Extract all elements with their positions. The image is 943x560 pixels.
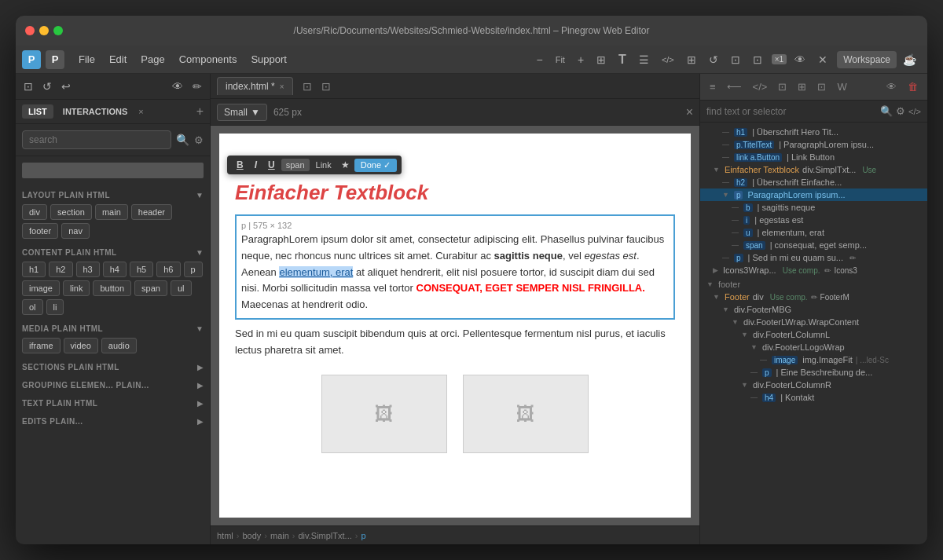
maximize-button[interactable] [53, 26, 63, 35]
menu-edit[interactable]: Edit [103, 50, 133, 68]
sections-section-header[interactable]: SECTIONS Plain HTML ▶ [22, 363, 204, 372]
coffee-icon[interactable]: ☕ [898, 50, 921, 69]
tab-list[interactable]: LIST [22, 104, 53, 119]
media-section-header[interactable]: MEDIA Plain HTML ▼ [22, 324, 204, 333]
app-logo-grey[interactable]: P [46, 50, 64, 69]
rt-wp-icon[interactable]: W [832, 79, 851, 95]
element-h1[interactable]: h1 [22, 262, 46, 277]
layout-icon[interactable]: ⊞ [592, 50, 611, 69]
breadcrumb-div[interactable]: div.SimplTxt... [299, 531, 352, 540]
tree-collapse-icon3[interactable]: ▶ [713, 266, 718, 274]
element-p[interactable]: p [184, 262, 203, 277]
rt-layout-icon[interactable]: ⊞ [793, 79, 811, 95]
tree-item-footer-p-desc[interactable]: — p | Eine Beschreibung de... [700, 366, 927, 379]
element-nav[interactable]: nav [61, 223, 90, 239]
edit-footer-icon[interactable]: ✏ [811, 293, 817, 302]
rt-eye-icon[interactable]: 👁 [882, 79, 901, 95]
workspace-button[interactable]: Workspace [837, 51, 897, 68]
breadcrumb-main[interactable]: main [270, 531, 289, 540]
element-button[interactable]: button [93, 280, 131, 296]
element-video[interactable]: video [64, 338, 98, 353]
list-icon[interactable]: ☰ [634, 50, 654, 69]
element-li[interactable]: li [46, 299, 64, 315]
sidebar-eye-icon[interactable]: 👁 [167, 77, 188, 96]
rt-settings-icon[interactable]: ≡ [705, 79, 721, 95]
element-header[interactable]: header [131, 204, 172, 220]
element-span[interactable]: span [134, 280, 167, 296]
italic-button[interactable]: I [250, 158, 262, 172]
use-icons3[interactable]: Use comp. [783, 266, 820, 275]
close-button[interactable] [25, 26, 35, 35]
tab-add[interactable]: + [196, 104, 204, 119]
element-h3[interactable]: h3 [76, 262, 100, 277]
element-section[interactable]: section [50, 204, 92, 220]
tree-collapse-arrow[interactable]: ▼ [713, 166, 720, 174]
tree-item-footer-lwrap[interactable]: ▼ div.FooterLWrap.WrapContent [700, 316, 927, 328]
tree-arrow-footer[interactable]: ▼ [713, 293, 720, 301]
text-section-header[interactable]: TEXT Plain HTML ▶ [22, 399, 204, 408]
bold-button[interactable]: B [232, 158, 248, 172]
tree-item-h4-kontakt[interactable]: — h4 | Kontakt [700, 391, 927, 404]
preview-close-button[interactable]: × [686, 105, 693, 119]
element-ol[interactable]: ol [22, 299, 43, 315]
breadcrumb-p[interactable]: p [361, 531, 365, 540]
element-link[interactable]: link [63, 280, 90, 296]
tree-item-link[interactable]: — link a.Button | Link Button [700, 151, 927, 163]
menu-components[interactable]: Components [173, 50, 244, 68]
tree-arrow[interactable]: ▼ [722, 306, 729, 313]
sidebar-redo-icon[interactable]: ↩ [57, 77, 75, 96]
selected-paragraph-container[interactable]: p | 575 × 132 ParagraphLorem ipsum dolor… [235, 214, 675, 320]
tree-item-p-sed[interactable]: — p | Sed in mi eu quam su... ✏ [700, 251, 927, 264]
element-h5[interactable]: h5 [130, 262, 153, 277]
tree-item-span[interactable]: — span | consequat, eget semp... [700, 239, 927, 251]
element-h6[interactable]: h6 [156, 262, 180, 277]
rt-grid-icon[interactable]: ⊡ [773, 79, 791, 95]
device-icon[interactable]: ⊡ [748, 50, 767, 69]
minimize-button[interactable] [39, 26, 49, 35]
layout-section-header[interactable]: LAYOUT Plain HTML ▼ [22, 191, 204, 199]
selected-paragraph[interactable]: ParagraphLorem ipsum dolor sit amet, con… [241, 232, 669, 313]
tree-item-b[interactable]: — b | sagittis neque [700, 201, 927, 214]
rt-delete-icon[interactable]: 🗑 [903, 79, 923, 95]
use-einfacher[interactable]: Use [862, 166, 876, 174]
zoom-out-icon[interactable]: − [531, 50, 547, 69]
tab-expand-icon[interactable]: ⊡ [318, 79, 334, 94]
tree-item-icons3[interactable]: ▶ Icons3Wrap... Use comp. ✏ Icons3 [700, 264, 927, 276]
right-code-toggle[interactable]: </> [908, 107, 921, 116]
right-filter-icon[interactable]: ⚙ [896, 105, 905, 117]
sidebar-edit-icon[interactable]: ✏ [188, 77, 207, 96]
element-footer[interactable]: footer [22, 223, 58, 239]
edits-section-header[interactable]: EDITS Plain... ▶ [22, 417, 204, 426]
grid-icon[interactable]: ⊞ [682, 50, 701, 69]
tree-item-footer-mbg[interactable]: ▼ div.FooterMBG [700, 303, 927, 316]
element-iframe[interactable]: iframe [22, 338, 61, 353]
use-footer[interactable]: Use comp. [770, 293, 808, 302]
tree-item-p-titel[interactable]: — p.TitelText | ParagraphLorem ipsu... [700, 138, 927, 151]
menu-page[interactable]: Page [134, 50, 171, 68]
fit-button[interactable]: Fit [551, 52, 570, 68]
tree-item-footer-colL[interactable]: ▼ div.FooterLColumnL [700, 328, 927, 341]
element-ul[interactable]: ul [171, 280, 192, 296]
content-section-header[interactable]: CONTENT Plain HTML ▼ [22, 248, 204, 257]
element-h2[interactable]: h2 [49, 262, 72, 277]
right-search-input[interactable] [706, 106, 877, 117]
grouping-section-header[interactable]: GROUPING ELEMEN... Plain... ▶ [22, 381, 204, 390]
element-audio[interactable]: audio [101, 338, 137, 353]
tree-arrow[interactable]: ▼ [741, 331, 748, 339]
tree-item-footer-colR[interactable]: ▼ div.FooterLColumnR [700, 379, 927, 391]
tree-item-h2[interactable]: — h2 | Überschrift Einfache... [700, 176, 927, 188]
code-icon[interactable]: </> [657, 52, 679, 68]
right-search-icon[interactable]: 🔍 [880, 105, 893, 117]
sidebar-filter-icon[interactable]: ⚙ [194, 134, 204, 146]
eye-icon[interactable]: 👁 [790, 50, 810, 69]
breadcrumb-body[interactable]: body [242, 531, 261, 540]
tab-close[interactable]: × [138, 107, 143, 116]
element-image[interactable]: image [22, 280, 60, 296]
sidebar-toggle-icon[interactable]: ⊡ [19, 77, 38, 96]
text-icon[interactable]: T [614, 49, 631, 70]
element-main[interactable]: main [95, 204, 128, 220]
tree-item-u[interactable]: — u | elementum, erat [700, 226, 927, 239]
element-div[interactable]: div [22, 204, 47, 220]
tab-split-icon[interactable]: ⊡ [299, 79, 315, 94]
tree-item-h1[interactable]: — h1 | Überschrift Hero Tit... [700, 126, 927, 138]
